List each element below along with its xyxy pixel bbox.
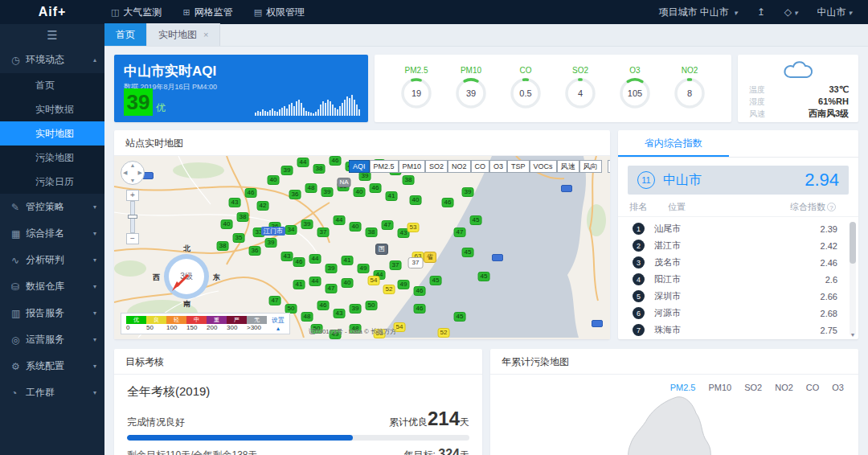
- pollution-tab-O3[interactable]: O3: [832, 383, 844, 392]
- station-marker[interactable]: 45: [454, 312, 466, 322]
- station-marker[interactable]: 47: [454, 228, 466, 237]
- map-pollutant-button-风速[interactable]: 风速: [557, 160, 579, 173]
- legend-settings-button[interactable]: 设置 ▴: [272, 316, 285, 332]
- station-marker[interactable]: 41: [386, 191, 398, 201]
- station-marker[interactable]: 46: [317, 301, 330, 310]
- station-marker[interactable]: 36: [249, 246, 261, 256]
- zoom-track[interactable]: [130, 201, 135, 233]
- sidebar-group-0[interactable]: ◷环境动态▴: [0, 47, 104, 73]
- sidebar-item-实时数据[interactable]: 实时数据: [0, 97, 104, 121]
- top-nav-item-1[interactable]: ⊞网格监管: [182, 6, 232, 19]
- tab-province-index[interactable]: 省内综合指数: [618, 130, 729, 157]
- station-marker[interactable]: 44: [309, 254, 321, 264]
- station-marker[interactable]: 48: [301, 312, 313, 322]
- sidebar-group-1[interactable]: ✎管控策略▾: [0, 194, 104, 220]
- station-marker[interactable]: 38: [237, 212, 249, 222]
- zoom-in-button[interactable]: +: [126, 190, 139, 201]
- station-marker[interactable]: 40: [354, 187, 366, 197]
- station-marker[interactable]: 44: [297, 158, 309, 167]
- scroll-down-icon[interactable]: ▼: [850, 332, 856, 338]
- station-marker[interactable]: 38: [217, 241, 229, 251]
- station-marker[interactable]: 国: [375, 244, 388, 255]
- scrollbar-thumb[interactable]: [850, 222, 856, 264]
- close-icon[interactable]: ×: [203, 30, 208, 39]
- station-marker[interactable]: 43: [281, 252, 293, 261]
- pollution-tab-PM2.5[interactable]: PM2.5: [670, 383, 696, 392]
- sidebar-item-污染地图[interactable]: 污染地图: [0, 146, 104, 170]
- share-icon[interactable]: ↥: [757, 6, 765, 18]
- station-marker[interactable]: 52: [438, 328, 450, 338]
- station-marker[interactable]: 46: [414, 286, 426, 296]
- map-pollutant-button-NO2[interactable]: NO2: [448, 160, 471, 173]
- station-marker[interactable]: 39: [281, 166, 293, 175]
- station-marker[interactable]: 43: [334, 309, 346, 318]
- sidebar-group-3[interactable]: ∿分析研判▾: [0, 247, 104, 273]
- map-pollutant-button-AQI[interactable]: AQI: [349, 160, 370, 173]
- skin-dropdown[interactable]: ◇▾: [784, 6, 798, 18]
- station-marker[interactable]: 39: [301, 219, 313, 229]
- map-pollutant-button-TSP[interactable]: TSP: [507, 160, 530, 173]
- station-marker[interactable]: 40: [350, 222, 362, 232]
- station-marker[interactable]: NA: [337, 178, 350, 187]
- sidebar-group-8[interactable]: ◔工作群▾: [0, 379, 104, 406]
- station-marker[interactable]: 40: [342, 278, 354, 288]
- station-marker[interactable]: 38: [403, 175, 415, 185]
- sidebar-item-首页[interactable]: 首页: [0, 73, 104, 97]
- map-pollutant-button-PM2.5[interactable]: PM2.5: [370, 160, 399, 173]
- station-marker[interactable]: 50: [366, 301, 378, 310]
- station-marker[interactable]: 39: [321, 187, 334, 197]
- station-marker[interactable]: 45: [470, 215, 482, 225]
- station-marker[interactable]: 46: [330, 156, 342, 166]
- sidebar-group-4[interactable]: ⛁数据仓库▾: [0, 273, 104, 300]
- map-pollutant-button-风向[interactable]: 风向: [579, 160, 602, 173]
- station-marker[interactable]: 37: [390, 260, 402, 270]
- pollution-tab-PM10[interactable]: PM10: [708, 383, 731, 392]
- sidebar-item-实时地图[interactable]: 实时地图: [0, 121, 104, 146]
- top-nav-item-2[interactable]: ▤权限管理: [254, 6, 305, 19]
- map-time-button-实时[interactable]: 实时: [608, 160, 610, 173]
- rank-scrollbar[interactable]: ▼: [850, 222, 856, 336]
- zoom-handle[interactable]: [128, 215, 137, 219]
- station-marker[interactable]: 53: [407, 223, 420, 232]
- station-marker[interactable]: 54: [368, 276, 380, 285]
- pan-up-icon[interactable]: ▲: [130, 162, 136, 168]
- station-marker[interactable]: 45: [430, 276, 442, 285]
- help-icon[interactable]: ?: [827, 203, 836, 211]
- station-marker[interactable]: 40: [268, 175, 280, 185]
- map-pollutant-button-VOCs[interactable]: VOCs: [530, 160, 557, 173]
- station-marker[interactable]: 省: [424, 252, 436, 263]
- pan-left-icon[interactable]: ◀: [123, 170, 127, 176]
- station-marker[interactable]: 46: [293, 257, 305, 267]
- zoom-out-button[interactable]: −: [126, 233, 139, 244]
- station-marker[interactable]: 46: [245, 188, 257, 198]
- station-marker[interactable]: 39: [462, 187, 474, 197]
- station-marker[interactable]: 40: [221, 219, 233, 229]
- station-marker[interactable]: 47: [382, 220, 394, 230]
- station-marker[interactable]: 39: [326, 264, 338, 273]
- station-marker[interactable]: 38: [366, 228, 378, 237]
- map-pollutant-button-SO2[interactable]: SO2: [425, 160, 448, 173]
- map-zoom-slider[interactable]: + −: [126, 190, 139, 244]
- station-marker[interactable]: 39: [350, 304, 362, 314]
- map-pan-control[interactable]: ▲ ▼ ◀ ▶: [121, 161, 145, 185]
- project-city-dropdown[interactable]: 项目城市 中山市 ▾: [658, 6, 737, 19]
- tab-实时地图[interactable]: 实时地图×: [147, 23, 220, 46]
- station-marker[interactable]: 40: [410, 195, 422, 205]
- sidebar-item-污染日历[interactable]: 污染日历: [0, 170, 104, 194]
- map-pollutant-button-CO[interactable]: CO: [471, 160, 490, 173]
- station-marker[interactable]: 41: [342, 256, 354, 265]
- sidebar-group-5[interactable]: ▥报告服务▾: [0, 300, 104, 326]
- station-marker[interactable]: 37: [408, 257, 424, 268]
- station-marker[interactable]: 44: [334, 215, 346, 225]
- tab-首页[interactable]: 首页: [104, 23, 147, 46]
- station-marker[interactable]: 49: [358, 264, 370, 273]
- pollution-tab-NO2[interactable]: NO2: [775, 383, 793, 392]
- station-marker[interactable]: 37: [317, 228, 330, 237]
- pollution-tab-CO[interactable]: CO: [806, 383, 820, 392]
- map-pollutant-button-O3[interactable]: O3: [489, 160, 507, 173]
- pan-right-icon[interactable]: ▶: [138, 170, 142, 176]
- sidebar-group-7[interactable]: ⚙系统配置▾: [0, 353, 104, 379]
- map-canvas[interactable]: 4438464139434038394043464236483935404641…: [114, 156, 610, 339]
- station-marker[interactable]: 45: [462, 248, 474, 257]
- station-marker[interactable]: 47: [326, 284, 338, 293]
